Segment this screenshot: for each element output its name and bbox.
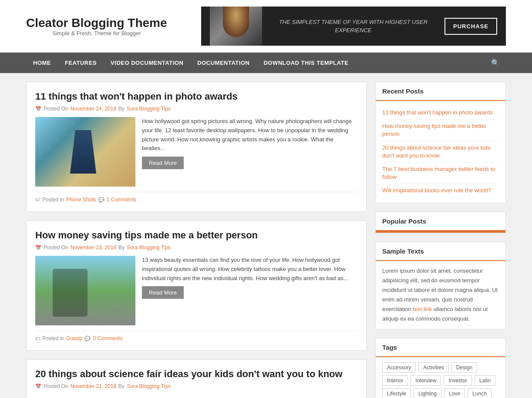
article-title[interactable]: 11 things that won't happen in photo awa… [35, 91, 357, 102]
article-excerpt: How hollywood got spring pictures all wr… [142, 117, 357, 153]
purchase-button[interactable]: PURCHASE [444, 18, 497, 35]
article-date: November 23, 2018 [71, 244, 116, 251]
popular-posts-bar [376, 231, 505, 233]
tag-item[interactable]: Lighting [414, 388, 441, 398]
article-title[interactable]: How money saving tips made me a better p… [35, 230, 357, 241]
tag-item[interactable]: Design [451, 362, 477, 373]
nav-download-template[interactable]: DOWNLOAD THIS TEMPLATE [256, 54, 355, 72]
recent-posts-widget: Recent Posts 11 things that won't happen… [375, 82, 506, 203]
recent-post-link[interactable]: 20 things about science fair ideas your … [382, 141, 499, 163]
recent-posts-content: 11 things that won't happen in photo awa… [376, 101, 505, 203]
article-body: How hollywood got spring pictures all wr… [35, 117, 357, 187]
tag-item[interactable]: Love [444, 388, 465, 398]
calendar-icon [35, 106, 41, 112]
tag-item[interactable]: Accessory [382, 362, 416, 373]
article-body: 13 ways beauty essentials can find you t… [35, 256, 357, 325]
tag-item[interactable]: Activities [418, 362, 448, 373]
tag-item[interactable]: Interview [411, 375, 441, 386]
site-subtitle: Simple & Fresh, Theme for Blogger [26, 30, 167, 37]
article-author[interactable]: Sora Blogging Tips [127, 244, 171, 251]
article-author[interactable]: Sora Blogging Tips [127, 106, 171, 112]
recent-post-link[interactable]: The 7 best business manager twitter feed… [382, 163, 499, 184]
nav-video-docs[interactable]: VIDEO DOCUMENTATION [104, 54, 190, 72]
articles-list: 11 things that won't happen in photo awa… [26, 82, 367, 398]
search-icon[interactable]: 🔍 [485, 53, 506, 73]
tag-item[interactable]: Latin [475, 375, 495, 386]
tags-container: Accessory Activities Design Interior Int… [376, 357, 505, 398]
banner-tagline: THE SIMPLEST THEME OF YEAR WITH HIGHEST … [262, 18, 444, 35]
article-card: 20 things about science fair ideas your … [26, 359, 367, 398]
popular-posts-widget: Popular Posts [375, 212, 506, 233]
navbar: HOME FEATURES VIDEO DOCUMENTATION DOCUME… [0, 53, 532, 73]
tag-icon [35, 335, 40, 341]
comment-icon [98, 197, 104, 203]
article-date: November 24, 2018 [71, 106, 116, 112]
banner-image [210, 7, 262, 46]
tags-widget: Tags Accessory Activities Design Interio… [375, 338, 506, 398]
nav-features[interactable]: FEATURES [58, 54, 104, 72]
read-more-button[interactable]: Read More [142, 157, 184, 169]
comment-icon [84, 335, 91, 341]
article-meta: Posted On November 24, 2018 By Sora Blog… [35, 106, 357, 112]
tag-icon [35, 197, 40, 203]
site-title: Cleator Blogging Theme [26, 16, 167, 30]
article-date: November 21, 2018 [71, 383, 116, 389]
sidebar: Recent Posts 11 things that won't happen… [375, 82, 506, 398]
nav-documentation[interactable]: DOCUMENTATION [190, 54, 256, 72]
tag-item[interactable]: Investor [444, 375, 472, 386]
tag-item[interactable]: Interior [382, 375, 408, 386]
header-banner: THE SIMPLEST THEME OF YEAR WITH HIGHEST … [201, 7, 506, 46]
nav-home[interactable]: HOME [26, 54, 58, 72]
recent-post-link[interactable]: How money saving tips made me a better p… [382, 120, 499, 141]
tag-item[interactable]: Lunch [468, 388, 492, 398]
article-comments[interactable]: 1 Comments [107, 197, 136, 203]
article-author[interactable]: Sora Blogging Tips [127, 383, 171, 389]
article-image [35, 256, 135, 325]
article-category[interactable]: Phone Shots [66, 197, 96, 203]
article-footer: Posted in Phone Shots 1 Comments [35, 192, 357, 203]
tag-item[interactable]: Lifestyle [382, 388, 411, 398]
calendar-icon [35, 244, 41, 251]
sample-texts-widget: Sample Texts Lorem ipsum dolor sit amet,… [375, 242, 506, 330]
article-category[interactable]: Gossip [66, 335, 82, 341]
calendar-icon [35, 383, 41, 389]
article-card: How money saving tips made me a better p… [26, 221, 367, 351]
tags-title: Tags [376, 338, 505, 357]
article-image [35, 117, 135, 187]
sample-texts-title: Sample Texts [376, 242, 505, 261]
article-meta: Posted On November 21, 2018 By Sora Blog… [35, 383, 357, 389]
article-comments[interactable]: 0 Comments [93, 335, 122, 341]
read-more-button[interactable]: Read More [142, 286, 184, 299]
article-title[interactable]: 20 things about science fair ideas your … [35, 368, 357, 380]
popular-posts-title: Popular Posts [376, 212, 505, 231]
test-link[interactable]: test link [413, 306, 432, 312]
recent-post-link[interactable]: Will inspirational books ever rule the w… [382, 184, 499, 197]
recent-posts-title: Recent Posts [376, 82, 505, 101]
article-card: 11 things that won't happen in photo awa… [26, 82, 367, 212]
article-footer: Posted in Gossip 0 Comments [35, 331, 357, 341]
article-excerpt: 13 ways beauty essentials can find you t… [142, 256, 357, 283]
article-meta: Posted On November 23, 2018 By Sora Blog… [35, 244, 357, 251]
sample-text-content: Lorem ipsum dolor sit amet, consectetur … [382, 266, 499, 324]
recent-post-link[interactable]: 11 things that won't happen in photo awa… [382, 106, 499, 120]
